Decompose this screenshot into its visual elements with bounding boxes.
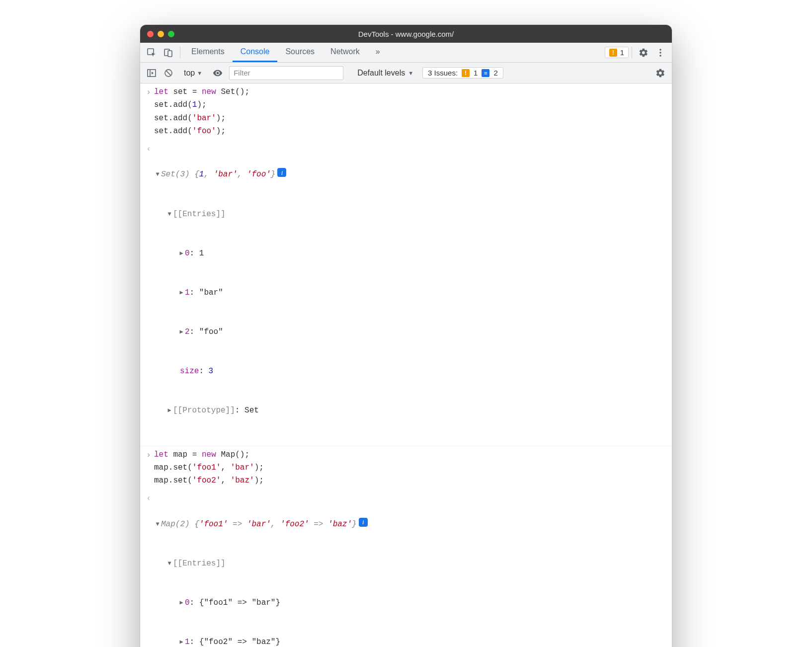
expand-toggle-icon[interactable]	[178, 596, 185, 608]
dropdown-icon: ▼	[408, 70, 413, 76]
expand-toggle-icon[interactable]	[178, 286, 185, 298]
summary-value: 'bar'	[247, 520, 271, 529]
console-output-row: ‹ Set(3) {1, 'bar', 'foo'} i [[Entries]]…	[140, 140, 672, 446]
expand-toggle-icon[interactable]	[166, 404, 173, 416]
entry-value: "bar"	[199, 286, 223, 299]
console-input-code[interactable]: let set = new Set(); set.add(1); set.add…	[154, 85, 249, 138]
svg-point-4	[659, 52, 661, 54]
input-marker-icon: ›	[143, 448, 154, 487]
object-summary-prefix: Set(3) {	[161, 170, 199, 179]
console-toolbar: top ▼ Default levels ▼ 3 Issues: ! 1 = 2	[140, 63, 672, 83]
object-summary-suffix: }	[352, 518, 357, 531]
console-input-code[interactable]: let map = new Map(); map.set('foo1', 'ba…	[154, 448, 264, 487]
entry-value: {"foo1" => "bar"}	[199, 596, 280, 609]
warnings-badge[interactable]: ! 1	[605, 47, 629, 58]
entry-value: {"foo2" => "baz"}	[199, 636, 280, 647]
console-input-row: › let map = new Map(); map.set('foo1', '…	[140, 446, 672, 489]
tab-network[interactable]: Network	[323, 43, 368, 62]
more-menu-icon[interactable]	[652, 44, 669, 61]
tab-bar: Elements Console Sources Network »	[183, 43, 388, 62]
entry-key: 0	[185, 247, 190, 260]
devtools-window: DevTools - www.google.com/ Elements Cons…	[140, 25, 672, 647]
main-toolbar: Elements Console Sources Network » ! 1	[140, 43, 672, 63]
prototype-value: Set	[244, 404, 259, 417]
issues-badge[interactable]: 3 Issues: ! 1 = 2	[422, 67, 503, 79]
output-object[interactable]: Map(2) {'foo1' => 'bar', 'foo2' => 'baz'…	[154, 491, 368, 647]
summary-value: 'baz'	[328, 520, 352, 529]
tab-sources[interactable]: Sources	[277, 43, 323, 62]
issues-label: 3 Issues:	[428, 69, 458, 77]
svg-point-3	[659, 49, 661, 51]
minimize-window-button[interactable]	[158, 31, 164, 37]
console-output: › let set = new Set(); set.add(1); set.a…	[140, 83, 672, 647]
output-marker-icon: ‹	[143, 491, 154, 647]
context-label: top	[184, 69, 195, 78]
close-window-button[interactable]	[147, 31, 154, 37]
filter-input[interactable]	[229, 66, 343, 80]
expand-toggle-icon[interactable]	[154, 518, 161, 530]
clear-console-icon[interactable]	[161, 66, 176, 81]
prototype-label: [[Prototype]]	[173, 404, 235, 417]
entry-key: 0	[185, 596, 190, 609]
toggle-sidebar-icon[interactable]	[144, 66, 159, 81]
warning-icon: !	[609, 49, 617, 57]
entry-key: 1	[185, 286, 190, 299]
expand-toggle-icon[interactable]	[166, 208, 173, 220]
svg-rect-2	[168, 51, 172, 57]
size-value: 3	[209, 365, 214, 378]
maximize-window-button[interactable]	[168, 31, 174, 37]
entries-label: [[Entries]]	[173, 557, 226, 570]
entries-label: [[Entries]]	[173, 208, 226, 221]
separator	[632, 47, 632, 59]
info-badge-icon[interactable]: i	[359, 518, 368, 527]
output-object[interactable]: Set(3) {1, 'bar', 'foo'} i [[Entries]] 0…	[154, 142, 286, 444]
summary-key: 'foo2'	[280, 520, 309, 529]
object-summary-suffix: }	[271, 168, 276, 181]
object-summary-prefix: Map(2) {	[161, 518, 199, 531]
context-selector[interactable]: top ▼	[180, 67, 206, 80]
settings-icon[interactable]	[635, 44, 652, 61]
summary-key: 'foo1'	[199, 520, 228, 529]
titlebar: DevTools - www.google.com/	[140, 25, 672, 43]
console-input-row: › let set = new Set(); set.add(1); set.a…	[140, 83, 672, 140]
expand-toggle-icon[interactable]	[178, 247, 185, 259]
separator	[180, 47, 180, 59]
log-levels-selector[interactable]: Default levels ▼	[352, 69, 418, 78]
inspect-element-icon[interactable]	[143, 44, 160, 61]
expand-toggle-icon[interactable]	[178, 325, 185, 337]
info-badge-icon[interactable]: i	[277, 168, 286, 177]
entry-value: 1	[199, 247, 204, 260]
entry-key: 2	[185, 325, 190, 338]
expand-toggle-icon[interactable]	[166, 557, 173, 569]
summary-item: 1	[199, 170, 204, 179]
device-toggle-icon[interactable]	[160, 44, 177, 61]
size-label: size	[180, 365, 199, 378]
info-icon: =	[482, 69, 489, 77]
live-expression-icon[interactable]	[210, 66, 225, 81]
expand-toggle-icon[interactable]	[154, 168, 161, 180]
input-marker-icon: ›	[143, 85, 154, 138]
tab-elements[interactable]: Elements	[183, 43, 233, 62]
warning-count: 1	[620, 48, 624, 57]
summary-item: 'bar'	[214, 170, 238, 179]
dropdown-icon: ▼	[197, 70, 202, 76]
issues-info-count: 2	[493, 69, 497, 77]
summary-item: 'foo'	[247, 170, 271, 179]
issues-warn-count: 1	[474, 69, 478, 77]
levels-label: Default levels	[357, 69, 405, 78]
console-settings-icon[interactable]	[653, 66, 668, 81]
console-output-row: ‹ Map(2) {'foo1' => 'bar', 'foo2' => 'ba…	[140, 489, 672, 647]
tab-console[interactable]: Console	[233, 43, 278, 62]
entry-value: "foo"	[199, 325, 223, 338]
entry-key: 1	[185, 636, 190, 647]
expand-toggle-icon[interactable]	[178, 636, 185, 647]
svg-point-5	[659, 55, 661, 57]
more-tabs-button[interactable]: »	[368, 43, 388, 62]
window-title: DevTools - www.google.com/	[140, 30, 672, 38]
traffic-lights	[147, 31, 174, 37]
output-marker-icon: ‹	[143, 142, 154, 444]
warning-icon: !	[462, 69, 470, 77]
